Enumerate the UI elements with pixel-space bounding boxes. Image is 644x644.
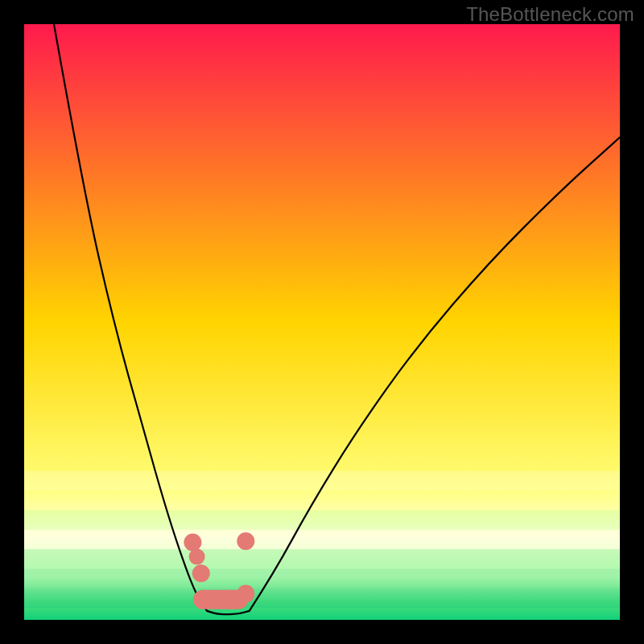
- color-bands: [24, 471, 620, 608]
- svg-rect-1: [24, 490, 620, 510]
- marker-dot: [189, 549, 205, 565]
- marker-dot: [237, 532, 254, 550]
- chart-frame: TheBottleneck.com: [0, 0, 644, 644]
- watermark-text: TheBottleneck.com: [466, 3, 634, 26]
- marker-dot: [184, 534, 201, 551]
- svg-rect-2: [24, 510, 620, 530]
- marker-dot: [192, 564, 210, 582]
- svg-rect-5: [24, 569, 620, 588]
- svg-rect-4: [24, 549, 620, 568]
- svg-rect-3: [24, 530, 620, 549]
- plot-svg: [24, 24, 620, 620]
- plot-area: [24, 24, 620, 620]
- svg-rect-6: [24, 588, 620, 608]
- marker-dot: [237, 584, 254, 602]
